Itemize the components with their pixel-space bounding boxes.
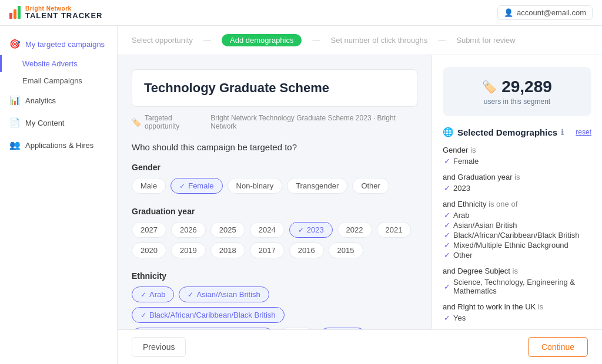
- year-chip-2021[interactable]: 2021: [377, 222, 412, 238]
- gender-values: ✓ Female: [443, 157, 591, 166]
- gender-label: Gender: [132, 163, 417, 172]
- info-icon: ℹ: [561, 128, 564, 137]
- logo-bottom: TALENT TRACKER: [25, 12, 102, 20]
- step3-label: Set number of click throughs: [330, 36, 427, 45]
- sep3: —: [438, 36, 446, 45]
- gender-chip-other[interactable]: Other: [352, 178, 389, 194]
- sep2: —: [312, 36, 320, 45]
- demo-key-gender: Gender is: [443, 146, 591, 154]
- right-panel: 🏷️ 29,289 users in this segment 🌐 Select…: [432, 55, 602, 329]
- year-chip-2018[interactable]: 2018: [210, 242, 245, 258]
- year-chip-2027[interactable]: 2027: [132, 222, 166, 238]
- step-submit: Submit for review: [456, 36, 515, 45]
- footer-bar: Previous Continue: [118, 329, 602, 364]
- sidebar-item-campaigns[interactable]: 🎯 My targeted campaigns: [0, 33, 117, 55]
- sidebar: 🎯 My targeted campaigns Website Adverts …: [0, 26, 118, 364]
- segment-box: 🏷️ 29,289 users in this segment: [443, 67, 591, 116]
- logo-text: Bright Network TALENT TRACKER: [25, 5, 102, 20]
- degree-values: ✓Science, Technology, Engineering & Math…: [443, 278, 591, 295]
- step-add-demographics: Add demographics: [222, 34, 302, 46]
- reset-link[interactable]: reset: [576, 128, 591, 136]
- female-check: ✓: [179, 182, 185, 190]
- user-icon: 👤: [504, 8, 513, 17]
- sidebar-sub: Website Adverts Email Campaigns: [0, 55, 117, 89]
- graduation-year-chips: 2027 2026 2025 2024 ✓2023 2022 2021 2020…: [132, 222, 417, 258]
- user-menu[interactable]: 👤 account@email.com: [497, 5, 593, 20]
- step-select-opportunity: Select opportunity: [132, 36, 193, 45]
- layout: 🎯 My targeted campaigns Website Adverts …: [0, 26, 602, 364]
- year-chip-2025[interactable]: 2025: [210, 222, 245, 238]
- sidebar-item-website-adverts[interactable]: Website Adverts: [0, 55, 117, 72]
- campaign-title-box: Technology Graduate Scheme: [132, 69, 417, 107]
- ethnicity-chip-arab[interactable]: ✓Arab: [132, 287, 174, 302]
- year-2023-check: ✓: [298, 226, 304, 234]
- segment-label: users in this segment: [453, 97, 581, 106]
- gender-transgender-label: Transgender: [296, 181, 339, 190]
- sidebar-item-my-content[interactable]: 📄 My Content: [0, 112, 117, 134]
- demo-key-ethnicity: and Ethnicity is one of: [443, 200, 591, 208]
- user-email: account@email.com: [517, 8, 586, 17]
- step2-label: Add demographics: [222, 34, 302, 46]
- ethnicity-value-mixed: ✓Mixed/Multiple Ethnic Background: [444, 241, 591, 250]
- demo-group-graduation: and Graduation year is ✓ 2023: [443, 173, 591, 193]
- step4-label: Submit for review: [456, 36, 515, 45]
- campaigns-icon: 🎯: [9, 39, 21, 49]
- year-chip-2020[interactable]: 2020: [132, 242, 166, 258]
- sidebar-label-analytics: Analytics: [25, 96, 56, 105]
- ethnicity-chip-asian[interactable]: ✓Asian/Asian British: [179, 287, 269, 302]
- ethnicity-chip-black[interactable]: ✓Black/African/Caribbean/Black British: [132, 307, 285, 323]
- step-click-throughs: Set number of click throughs: [330, 36, 427, 45]
- bar1: [9, 13, 12, 19]
- year-chip-2022[interactable]: 2022: [337, 222, 372, 238]
- gender-chip-transgender[interactable]: Transgender: [287, 178, 347, 194]
- gender-chip-male[interactable]: Male: [132, 178, 166, 194]
- demo-key-right-to-work: and Right to work in the UK is: [443, 302, 591, 311]
- year-chip-2015[interactable]: 2015: [329, 242, 363, 258]
- demo-group-gender: Gender is ✓ Female: [443, 146, 591, 166]
- filter-ethnicity: Ethnicity ✓Arab ✓Asian/Asian British ✓Bl…: [132, 271, 417, 329]
- tag-icon: 🏷️: [132, 118, 141, 127]
- previous-button[interactable]: Previous: [132, 337, 186, 357]
- selected-demographics-title: 🌐 Selected Demographics ℹ: [443, 127, 564, 137]
- demo-key-degree: and Degree Subject is: [443, 267, 591, 275]
- sidebar-item-applications[interactable]: 👥 Applications & Hires: [0, 134, 117, 156]
- year-chip-2026[interactable]: 2026: [171, 222, 206, 238]
- analytics-icon: 📊: [9, 95, 21, 106]
- selected-demographics-header: 🌐 Selected Demographics ℹ reset: [443, 127, 591, 137]
- gender-other-label: Other: [361, 181, 380, 190]
- gender-value-female: ✓ Female: [444, 157, 591, 166]
- continue-button[interactable]: Continue: [528, 337, 588, 357]
- title-text: Selected Demographics: [457, 127, 557, 137]
- ethnicity-value-arab: ✓Arab: [444, 211, 591, 220]
- ethnicity-value-black: ✓Black/African/Caribbean/Black British: [444, 231, 591, 240]
- logo: Bright Network TALENT TRACKER: [9, 5, 102, 20]
- targeted-opportunity: 🏷️ Targeted opportunity Bright Network T…: [132, 114, 417, 130]
- ethnicity-values: ✓Arab ✓Asian/Asian British ✓Black/Africa…: [443, 211, 591, 259]
- content-area: Technology Graduate Scheme 🏷️ Targeted o…: [118, 55, 602, 329]
- year-chip-2019[interactable]: 2019: [171, 242, 206, 258]
- sidebar-item-analytics[interactable]: 📊 Analytics: [0, 89, 117, 112]
- right-to-work-values: ✓Yes: [443, 314, 591, 322]
- ethnicity-value-asian: ✓Asian/Asian British: [444, 221, 591, 230]
- ethnicity-value-other: ✓Other: [444, 251, 591, 259]
- globe-icon: 🌐: [443, 127, 454, 137]
- graduation-values: ✓ 2023: [443, 184, 591, 193]
- year-chip-2017[interactable]: 2017: [250, 242, 285, 258]
- sidebar-item-email-campaigns[interactable]: Email Campaigns: [0, 72, 117, 89]
- year-chip-2023[interactable]: ✓2023: [289, 222, 333, 238]
- graduation-year-label: Graduation year: [132, 207, 417, 216]
- gender-chip-female[interactable]: ✓Female: [170, 178, 222, 194]
- demo-group-degree: and Degree Subject is ✓Science, Technolo…: [443, 267, 591, 295]
- ethnicity-chips: ✓Arab ✓Asian/Asian British ✓Black/Africa…: [132, 287, 417, 329]
- year-chip-2024[interactable]: 2024: [250, 222, 285, 238]
- segment-count: 29,289: [501, 77, 552, 96]
- section-question: Who should this campaign be targeted to?: [132, 142, 417, 152]
- gender-nonbinary-label: Non-binary: [236, 181, 274, 190]
- gender-chip-nonbinary[interactable]: Non-binary: [228, 178, 283, 194]
- left-panel: Technology Graduate Scheme 🏷️ Targeted o…: [118, 55, 432, 329]
- sidebar-label-applications: Applications & Hires: [25, 141, 93, 150]
- year-chip-2016[interactable]: 2016: [289, 242, 324, 258]
- step1-label: Select opportunity: [132, 36, 193, 45]
- ethnicity-label: Ethnicity: [132, 271, 417, 281]
- filter-gender: Gender Male ✓Female Non-binary Transgend…: [132, 163, 417, 194]
